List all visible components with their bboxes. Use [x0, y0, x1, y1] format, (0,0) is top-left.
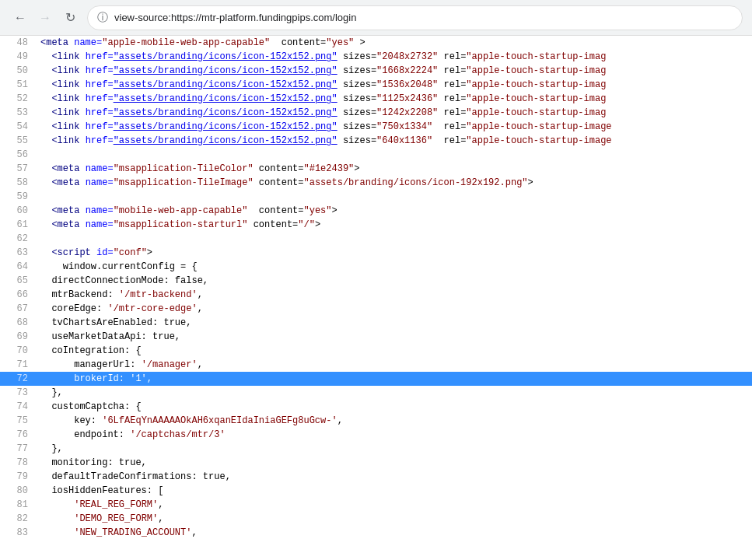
line-number: 58	[0, 176, 37, 190]
line-content: 'DEMO_REG_FORM',	[37, 512, 752, 526]
line-content: brokerId: '1',	[37, 372, 752, 386]
source-line-78: 78 monitoring: true,	[0, 456, 752, 470]
line-number: 70	[0, 344, 37, 358]
source-line-61: 61 <meta name="msapplication-starturl" c…	[0, 218, 752, 232]
line-number: 80	[0, 484, 37, 498]
source-line-73: 73 },	[0, 386, 752, 400]
source-line-64: 64 window.currentConfig = {	[0, 260, 752, 274]
browser-toolbar: ← → ↻ ⓘ view-source:https://mtr-platform…	[0, 0, 752, 36]
source-line-68: 68 tvChartsAreEnabled: true,	[0, 316, 752, 330]
nav-buttons: ← → ↻	[9, 7, 81, 29]
line-number: 48	[0, 36, 37, 50]
info-icon: ⓘ	[97, 11, 108, 25]
line-content: 'REAL_REG_FORM',	[37, 498, 752, 512]
line-content: useMarketDataApi: true,	[37, 330, 752, 344]
source-line-52: 52 <link href="assets/branding/icons/ico…	[0, 92, 752, 106]
source-line-66: 66 mtrBackend: '/mtr-backend',	[0, 288, 752, 302]
line-number: 67	[0, 302, 37, 316]
line-content: <link href="assets/branding/icons/icon-1…	[37, 120, 752, 134]
source-line-80: 80 iosHiddenFeatures: [	[0, 484, 752, 498]
line-number: 71	[0, 358, 37, 372]
line-number: 62	[0, 232, 37, 246]
source-line-72: 72 brokerId: '1',	[0, 372, 752, 386]
line-content: customCaptcha: {	[37, 400, 752, 414]
line-content: <link href="assets/branding/icons/icon-1…	[37, 78, 752, 92]
line-number: 60	[0, 204, 37, 218]
line-number: 63	[0, 246, 37, 260]
line-content	[37, 232, 752, 246]
line-content: monitoring: true,	[37, 456, 752, 470]
source-line-58: 58 <meta name="msapplication-TileImage" …	[0, 176, 752, 190]
source-line-76: 76 endpoint: '/captchas/mtr/3'	[0, 428, 752, 442]
line-content: iosHiddenFeatures: [	[37, 484, 752, 498]
line-content: coIntegration: {	[37, 344, 752, 358]
source-line-70: 70 coIntegration: {	[0, 344, 752, 358]
source-line-56: 56	[0, 148, 752, 162]
reload-button[interactable]: ↻	[59, 7, 81, 29]
line-number: 66	[0, 288, 37, 302]
line-number: 77	[0, 442, 37, 456]
line-content: endpoint: '/captchas/mtr/3'	[37, 428, 752, 442]
source-line-81: 81 'REAL_REG_FORM',	[0, 498, 752, 512]
line-content: <meta name="apple-mobile-web-app-capable…	[37, 36, 752, 50]
source-line-74: 74 customCaptcha: {	[0, 400, 752, 414]
line-number: 50	[0, 64, 37, 78]
source-line-65: 65 directConnectionMode: false,	[0, 274, 752, 288]
line-content: <meta name="mobile-web-app-capable" cont…	[37, 204, 752, 218]
source-line-82: 82 'DEMO_REG_FORM',	[0, 512, 752, 526]
source-line-62: 62	[0, 232, 752, 246]
line-content: <link href="assets/branding/icons/icon-1…	[37, 106, 752, 120]
line-content: window.currentConfig = {	[37, 260, 752, 274]
line-number: 75	[0, 414, 37, 428]
source-line-49: 49 <link href="assets/branding/icons/ico…	[0, 50, 752, 64]
address-bar[interactable]: ⓘ view-source:https://mtr-platform.fundi…	[87, 5, 743, 30]
source-line-79: 79 defaultTradeConfirmations: true,	[0, 470, 752, 484]
line-number: 51	[0, 78, 37, 92]
line-content	[37, 190, 752, 204]
line-content: coreEdge: '/mtr-core-edge',	[37, 302, 752, 316]
line-content: <script id="conf">	[37, 246, 752, 260]
line-content: <link href="assets/branding/icons/icon-1…	[37, 64, 752, 78]
line-number: 76	[0, 428, 37, 442]
line-number: 83	[0, 526, 37, 540]
line-number: 54	[0, 120, 37, 134]
line-number: 55	[0, 134, 37, 148]
line-number: 69	[0, 330, 37, 344]
line-number: 64	[0, 260, 37, 274]
line-content: <link href="assets/branding/icons/icon-1…	[37, 92, 752, 106]
line-number: 73	[0, 386, 37, 400]
source-line-77: 77 },	[0, 442, 752, 456]
line-content	[37, 148, 752, 162]
source-line-57: 57 <meta name="msapplication-TileColor" …	[0, 162, 752, 176]
source-line-69: 69 useMarketDataApi: true,	[0, 330, 752, 344]
line-number: 52	[0, 92, 37, 106]
line-number: 49	[0, 50, 37, 64]
line-content: <meta name="msapplication-starturl" cont…	[37, 218, 752, 232]
line-number: 82	[0, 512, 37, 526]
source-line-50: 50 <link href="assets/branding/icons/ico…	[0, 64, 752, 78]
forward-button[interactable]: →	[34, 7, 56, 29]
source-line-55: 55 <link href="assets/branding/icons/ico…	[0, 134, 752, 148]
line-content: directConnectionMode: false,	[37, 274, 752, 288]
line-number: 79	[0, 470, 37, 484]
line-content: 'NEW_TRADING_ACCOUNT',	[37, 526, 752, 540]
line-content: mtrBackend: '/mtr-backend',	[37, 288, 752, 302]
line-number: 61	[0, 218, 37, 232]
line-content: defaultTradeConfirmations: true,	[37, 470, 752, 484]
source-line-51: 51 <link href="assets/branding/icons/ico…	[0, 78, 752, 92]
line-content: <meta name="msapplication-TileImage" con…	[37, 176, 752, 190]
line-content: <link href="assets/branding/icons/icon-1…	[37, 134, 752, 148]
url-display: view-source:https://mtr-platform.funding…	[114, 12, 356, 23]
line-content: },	[37, 386, 752, 400]
source-line-67: 67 coreEdge: '/mtr-core-edge',	[0, 302, 752, 316]
source-line-48: 48<meta name="apple-mobile-web-app-capab…	[0, 36, 752, 50]
line-number: 65	[0, 274, 37, 288]
back-button[interactable]: ←	[9, 7, 31, 29]
source-line-54: 54 <link href="assets/branding/icons/ico…	[0, 120, 752, 134]
source-line-63: 63 <script id="conf">	[0, 246, 752, 260]
source-line-59: 59	[0, 190, 752, 204]
line-number: 74	[0, 400, 37, 414]
line-content: <link href="assets/branding/icons/icon-1…	[37, 50, 752, 64]
line-content: },	[37, 442, 752, 456]
line-number: 72	[0, 372, 37, 386]
